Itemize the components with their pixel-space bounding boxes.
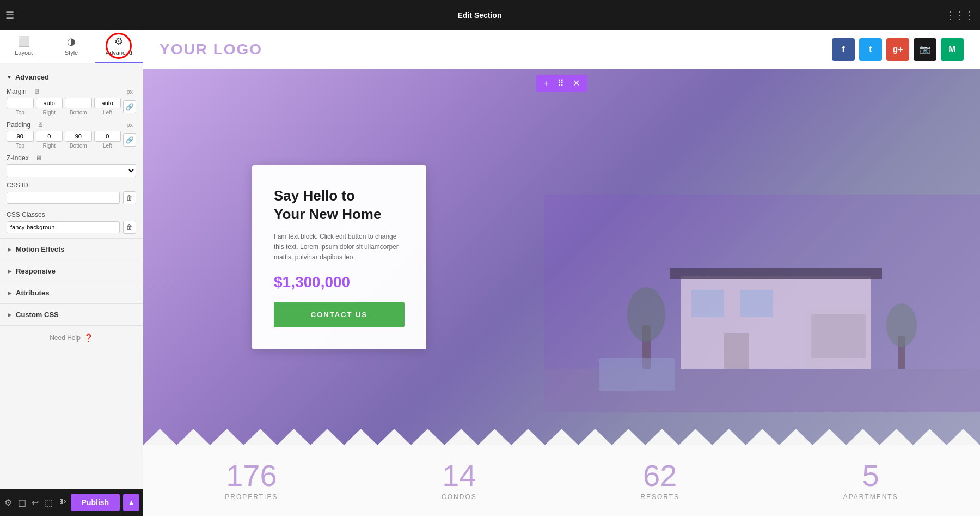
cssclasses-trash-btn[interactable]: 🗑 — [123, 221, 136, 234]
margin-label-row: Margin 🖥 px — [7, 88, 136, 95]
help-row: Need Help ❓ — [0, 325, 143, 350]
bottom-preview-icon[interactable]: 👁 — [57, 494, 68, 511]
margin-bottom-cell: Bottom — [65, 98, 92, 116]
contact-us-button[interactable]: CONTACT US — [274, 302, 405, 327]
attributes-section: ▶ Attributes — [0, 282, 143, 303]
stat-properties-label: PROPERTIES — [225, 493, 278, 501]
padding-top-input[interactable] — [7, 131, 34, 142]
left-panel: ⬜ Layout ◑ Style ⚙ Advanced ▼ Advanced — [0, 30, 143, 516]
cssid-label: CSS ID — [7, 181, 28, 189]
cssid-field-row: 🗑 — [7, 191, 136, 204]
margin-right-cell: Right — [36, 98, 63, 116]
margin-bottom-input[interactable] — [65, 98, 92, 108]
cssid-input[interactable] — [7, 192, 120, 204]
advanced-arrow: ▼ — [7, 74, 12, 80]
stats-bar: 176 PROPERTIES 14 CONDOS 62 RESORTS 5 AP… — [143, 445, 980, 516]
padding-right-label: Right — [43, 143, 56, 149]
bottom-settings-icon[interactable]: ⚙ — [3, 494, 14, 511]
layout-icon: ⬜ — [18, 35, 30, 47]
tab-style-label: Style — [65, 50, 78, 56]
padding-unit: px — [126, 122, 133, 128]
site-logo: YOUR LOGO — [160, 41, 262, 58]
stat-apartments-label: APARTMENTS — [843, 493, 898, 501]
attributes-label: Attributes — [16, 289, 49, 297]
monitor-icon-padding: 🖥 — [37, 121, 44, 129]
stat-properties-number: 176 — [226, 460, 277, 491]
advanced-section-label: Advanced — [15, 73, 49, 81]
padding-bottom-label: Bottom — [70, 143, 87, 149]
custom-css-arrow: ▶ — [8, 312, 11, 318]
stat-properties: 176 PROPERTIES — [225, 460, 278, 501]
advanced-section-header[interactable]: ▼ Advanced — [0, 69, 143, 86]
padding-left-label: Left — [103, 143, 112, 149]
padding-label: Padding — [7, 121, 30, 129]
cssid-row: CSS ID 🗑 — [0, 179, 143, 209]
padding-input-row: Top Right Bottom Left 🔗 — [7, 131, 136, 149]
tab-style[interactable]: ◑ Style — [47, 30, 95, 63]
attributes-header[interactable]: ▶ Attributes — [0, 282, 143, 303]
section-add-btn[interactable]: + — [541, 77, 550, 89]
card-price: $1,300,000 — [274, 274, 405, 291]
help-icon[interactable]: ❓ — [84, 333, 93, 342]
padding-row: Padding 🖥 px Top Right Bottom — [0, 119, 143, 152]
card-text: I am text block. Click edit button to ch… — [274, 232, 405, 263]
logo-bold: LOGO — [213, 41, 262, 58]
margin-top-input[interactable] — [7, 98, 34, 108]
stat-condos-label: CONDOS — [442, 493, 477, 501]
social-google[interactable]: g+ — [886, 38, 909, 61]
hamburger-icon[interactable]: ☰ — [5, 9, 14, 21]
responsive-section: ▶ Responsive — [0, 260, 143, 282]
margin-link-btn[interactable]: 🔗 — [123, 100, 136, 113]
bottom-layers-icon[interactable]: ◫ — [17, 494, 27, 511]
canvas-area: YOUR LOGO f t g+ 📷 M — [143, 30, 980, 516]
panel-content: ▼ Advanced Margin 🖥 px Top Ri — [0, 63, 143, 489]
help-label: Need Help — [50, 334, 81, 342]
publish-expand-button[interactable]: ▲ — [123, 494, 139, 511]
responsive-header[interactable]: ▶ Responsive — [0, 260, 143, 282]
margin-label: Margin — [7, 88, 27, 95]
social-instagram[interactable]: 📷 — [914, 38, 936, 61]
social-icons: f t g+ 📷 M — [832, 38, 964, 61]
social-medium[interactable]: M — [941, 38, 964, 61]
social-twitter[interactable]: t — [859, 38, 882, 61]
cssclasses-input[interactable] — [7, 221, 120, 233]
site-header: YOUR LOGO f t g+ 📷 M — [143, 30, 980, 69]
motion-effects-section: ▶ Motion Effects — [0, 238, 143, 260]
padding-link-btn[interactable]: 🔗 — [123, 133, 136, 147]
margin-right-label: Right — [43, 110, 56, 116]
cssclasses-label-row: CSS Classes — [7, 211, 136, 218]
section-close-btn[interactable]: ✕ — [571, 77, 582, 89]
grid-icon[interactable]: ⋮⋮⋮ — [945, 9, 975, 21]
zindex-select[interactable] — [7, 164, 136, 177]
padding-right-cell: Right — [36, 131, 63, 149]
margin-right-input[interactable] — [36, 98, 63, 108]
margin-left-label: Left — [103, 110, 112, 116]
tab-advanced-label: Advanced — [106, 50, 132, 56]
stat-apartments: 5 APARTMENTS — [843, 460, 898, 501]
responsive-arrow: ▶ — [8, 269, 11, 274]
style-icon: ◑ — [67, 35, 76, 47]
section-toolbar: + ⠿ ✕ — [536, 75, 587, 92]
padding-bottom-input[interactable] — [65, 131, 92, 142]
section-move-btn[interactable]: ⠿ — [555, 77, 566, 89]
padding-top-cell: Top — [7, 131, 34, 149]
padding-left-input[interactable] — [94, 131, 121, 142]
custom-css-header[interactable]: ▶ Custom CSS — [0, 304, 143, 325]
tab-layout-label: Layout — [15, 50, 33, 56]
motion-effects-header[interactable]: ▶ Motion Effects — [0, 239, 143, 260]
margin-left-input[interactable] — [94, 98, 121, 108]
attributes-arrow: ▶ — [8, 290, 11, 296]
padding-right-input[interactable] — [36, 131, 63, 142]
cssclasses-label: CSS Classes — [7, 211, 45, 218]
tab-advanced[interactable]: ⚙ Advanced — [95, 30, 143, 63]
cssid-trash-btn[interactable]: 🗑 — [123, 191, 136, 204]
tab-layout[interactable]: ⬜ Layout — [0, 30, 47, 63]
bottom-history-icon[interactable]: ↩ — [30, 494, 40, 511]
margin-input-row: Top Right Bottom Left 🔗 — [7, 98, 136, 116]
bottom-responsive-icon[interactable]: ⬚ — [44, 494, 54, 511]
margin-row: Margin 🖥 px Top Right Bottom — [0, 86, 143, 119]
zindex-label-row: Z-Index 🖥 — [7, 154, 136, 162]
stat-apartments-number: 5 — [862, 460, 879, 491]
social-facebook[interactable]: f — [832, 38, 855, 61]
publish-button[interactable]: Publish — [71, 494, 120, 511]
